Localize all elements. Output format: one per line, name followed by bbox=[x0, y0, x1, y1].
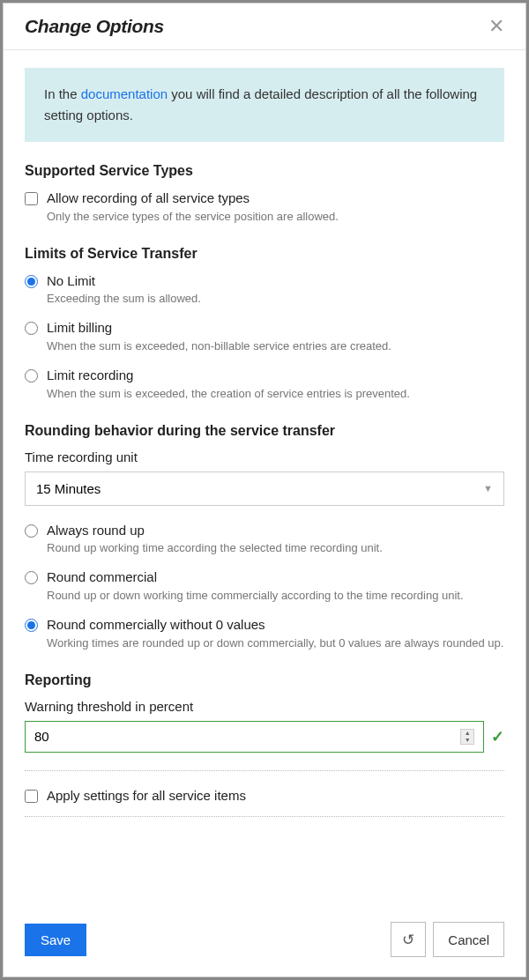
round-up-label: Always round up bbox=[47, 522, 504, 539]
supported-heading: Supported Service Types bbox=[25, 163, 504, 179]
chevron-down-icon: ▼ bbox=[483, 483, 493, 494]
documentation-link[interactable]: documentation bbox=[81, 86, 168, 101]
limit-billing-radio[interactable] bbox=[25, 322, 38, 335]
divider bbox=[25, 816, 504, 817]
modal-body: In the documentation you will find a det… bbox=[4, 50, 525, 908]
option-content: Round commercially without 0 values Work… bbox=[47, 616, 504, 651]
no-limit-desc: Exceeding the sum is allowed. bbox=[47, 291, 504, 307]
time-unit-select[interactable]: 15 Minutes ▼ bbox=[25, 471, 504, 506]
option-content: Always round up Round up working time ac… bbox=[47, 522, 504, 557]
info-text-prefix: In the bbox=[44, 86, 81, 101]
round-commercial-no-zero-radio[interactable] bbox=[25, 619, 38, 632]
round-up-radio[interactable] bbox=[25, 524, 38, 538]
threshold-input[interactable] bbox=[34, 729, 460, 744]
limits-heading: Limits of Service Transfer bbox=[25, 246, 504, 262]
reporting-heading: Reporting bbox=[25, 672, 504, 688]
save-button[interactable]: Save bbox=[25, 924, 86, 956]
change-options-modal: Change Options ✕ In the documentation yo… bbox=[3, 3, 526, 977]
no-limit-option: No Limit Exceeding the sum is allowed. bbox=[25, 272, 504, 308]
undo-icon: ↺ bbox=[402, 931, 414, 949]
spinner-up-icon[interactable]: ▲ bbox=[461, 730, 473, 737]
allow-all-option: Allow recording of all service types Onl… bbox=[25, 189, 504, 225]
info-box: In the documentation you will find a det… bbox=[25, 68, 504, 142]
option-content: Limit recording When the sum is exceeded… bbox=[47, 367, 504, 402]
limit-billing-desc: When the sum is exceeded, non-billable s… bbox=[47, 338, 504, 354]
threshold-input-wrapper: ▲ ▼ bbox=[25, 721, 484, 753]
time-unit-value: 15 Minutes bbox=[36, 481, 101, 496]
no-limit-label: No Limit bbox=[47, 272, 504, 290]
round-commercial-no-zero-desc: Working times are rounded up or down com… bbox=[47, 635, 504, 651]
spinner-down-icon[interactable]: ▼ bbox=[461, 737, 473, 744]
round-commercial-label: Round commercial bbox=[47, 568, 504, 586]
option-content: No Limit Exceeding the sum is allowed. bbox=[47, 272, 504, 308]
round-commercial-desc: Round up or down working time commercial… bbox=[47, 588, 504, 604]
footer-right: ↺ Cancel bbox=[391, 922, 504, 957]
round-up-option: Always round up Round up working time ac… bbox=[25, 522, 504, 557]
cancel-button[interactable]: Cancel bbox=[433, 922, 504, 957]
limit-recording-option: Limit recording When the sum is exceeded… bbox=[25, 367, 504, 402]
threshold-label: Warning threshold in percent bbox=[25, 699, 504, 714]
modal-title: Change Options bbox=[25, 16, 164, 37]
limit-billing-option: Limit billing When the sum is exceeded, … bbox=[25, 319, 504, 354]
round-commercial-option: Round commercial Round up or down workin… bbox=[25, 568, 504, 604]
check-icon: ✓ bbox=[491, 727, 504, 746]
apply-all-label: Apply settings for all service items bbox=[47, 787, 504, 805]
option-content: Apply settings for all service items bbox=[47, 787, 504, 805]
apply-all-option: Apply settings for all service items bbox=[25, 787, 504, 805]
number-spinner[interactable]: ▲ ▼ bbox=[460, 729, 474, 745]
limit-recording-label: Limit recording bbox=[47, 367, 504, 384]
time-unit-select-wrapper: 15 Minutes ▼ bbox=[25, 471, 504, 506]
time-unit-label: Time recording unit bbox=[25, 449, 504, 464]
close-icon[interactable]: ✕ bbox=[485, 17, 508, 36]
limit-billing-label: Limit billing bbox=[47, 319, 504, 337]
allow-all-label: Allow recording of all service types bbox=[47, 189, 504, 207]
reset-button[interactable]: ↺ bbox=[391, 922, 426, 957]
option-content: Limit billing When the sum is exceeded, … bbox=[47, 319, 504, 354]
divider bbox=[25, 770, 504, 771]
round-up-desc: Round up working time according the sele… bbox=[47, 540, 504, 556]
no-limit-radio[interactable] bbox=[25, 275, 38, 288]
round-commercial-no-zero-label: Round commercially without 0 values bbox=[47, 616, 504, 634]
round-commercial-radio[interactable] bbox=[25, 571, 38, 584]
limit-recording-radio[interactable] bbox=[25, 369, 38, 382]
modal-header: Change Options ✕ bbox=[4, 4, 525, 50]
allow-all-desc: Only the service types of the service po… bbox=[47, 209, 504, 225]
round-commercial-no-zero-option: Round commercially without 0 values Work… bbox=[25, 616, 504, 651]
allow-all-checkbox[interactable] bbox=[25, 192, 38, 205]
limit-recording-desc: When the sum is exceeded, the creation o… bbox=[47, 386, 504, 402]
option-content: Allow recording of all service types Onl… bbox=[47, 189, 504, 225]
modal-footer: Save ↺ Cancel bbox=[4, 908, 525, 976]
threshold-row: ▲ ▼ ✓ bbox=[25, 721, 504, 753]
apply-all-checkbox[interactable] bbox=[25, 790, 38, 803]
option-content: Round commercial Round up or down workin… bbox=[47, 568, 504, 604]
rounding-heading: Rounding behavior during the service tra… bbox=[25, 423, 504, 439]
